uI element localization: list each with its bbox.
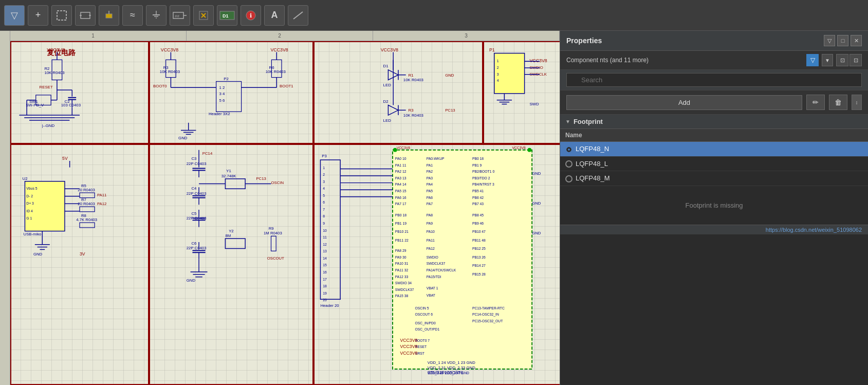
svg-text:PA10: PA10 <box>427 230 435 233</box>
svg-text:PA11: PA11 <box>97 193 106 197</box>
text-tool[interactable]: A <box>264 5 285 26</box>
component-tool[interactable] <box>75 5 96 26</box>
svg-text:4.7K R0403: 4.7K R0403 <box>76 217 97 222</box>
svg-text:1  2: 1 2 <box>219 85 225 90</box>
cell-boot[interactable]: VCC3V8 P2 1 2 3 4 5 6 Header 3X2 R3 10K … <box>149 41 313 144</box>
svg-text:PA0-WKUP: PA0-WKUP <box>427 157 445 160</box>
svg-text:PA5: PA5 <box>427 189 433 193</box>
filter-dropdown[interactable]: ▼ <box>822 54 833 66</box>
filter-button[interactable]: ▽ <box>806 54 819 66</box>
footprint-section-title: Footprint <box>574 118 603 125</box>
svg-text:C3: C3 <box>192 156 197 161</box>
svg-text:Vbus 5: Vbus 5 <box>26 187 37 190</box>
svg-text:D2: D2 <box>383 99 389 104</box>
svg-text:PA4  14: PA4 14 <box>395 182 407 186</box>
svg-text:13: 13 <box>323 249 327 253</box>
svg-text:VBAT  1: VBAT 1 <box>427 286 438 290</box>
svg-text:SWDIO 34: SWDIO 34 <box>395 281 412 285</box>
name-column-header: Name <box>560 129 868 142</box>
cell-swd[interactable]: P1 1 2 3 4 VCC3V8 SWDIO SWDCLK SWD <box>483 41 560 144</box>
restore-button[interactable]: □ <box>837 35 848 46</box>
section-toggle-icon[interactable]: ▼ <box>565 119 570 124</box>
cell-led[interactable]: VCC3V8 D1 R1 10K R0403 GND LED <box>313 41 483 144</box>
svg-text:103 C0403: 103 C0403 <box>61 103 81 107</box>
svg-text:PA9: PA9 <box>427 222 433 225</box>
svg-point-286 <box>527 148 531 152</box>
svg-text:ID   4: ID 4 <box>26 209 33 213</box>
svg-text:4: 4 <box>323 187 325 190</box>
cell-mcu[interactable]: P3 1 2 3 4 5 6 7 8 9 10 11 12 1 <box>313 144 560 385</box>
edit-button[interactable]: ✏ <box>806 95 825 110</box>
svg-text:PC14: PC14 <box>202 151 213 156</box>
power-tool[interactable] <box>99 5 119 26</box>
svg-text:Y2: Y2 <box>229 229 233 233</box>
svg-rect-4 <box>106 14 112 18</box>
svg-text:PB11 22: PB11 22 <box>395 239 409 242</box>
add-wire-tool[interactable]: + <box>28 5 48 26</box>
svg-text:VCC3V8: VCC3V8 <box>381 47 398 52</box>
svg-text:LED: LED <box>383 83 392 87</box>
svg-text:GND: GND <box>33 252 43 256</box>
svg-text:18: 18 <box>323 284 327 288</box>
cell-usb[interactable]: 5V U2 Vbus 5 D- 2 D+ 3 ID 4 G 1 USB-miko <box>10 144 149 385</box>
svg-text:Header 20: Header 20 <box>320 303 339 308</box>
cell-reset[interactable]: 复位电路 VCC3V8 R2 10K R0403 RESET SW1 <box>10 41 149 144</box>
no-connect-tool[interactable] <box>193 5 214 26</box>
info-tool[interactable]: ℹ <box>241 5 261 26</box>
minimize-button[interactable]: ▽ <box>824 35 835 46</box>
ruler-segment-2: 2 <box>187 31 373 41</box>
filter-tool[interactable]: ▽ <box>4 5 25 26</box>
svg-text:SWD: SWD <box>529 102 539 106</box>
svg-rect-172 <box>225 239 245 248</box>
svg-text:2: 2 <box>497 66 499 69</box>
svg-text:U2: U2 <box>23 176 28 181</box>
expand-button[interactable]: ↕ <box>852 95 862 110</box>
svg-rect-211 <box>393 150 532 369</box>
add-button[interactable]: Add <box>566 95 802 110</box>
net-label-tool[interactable]: ## <box>170 5 190 26</box>
footprint-table-container: Name LQFP48_NLQFP48_LLQFP48_M <box>560 129 868 186</box>
delete-button[interactable]: 🗑 <box>829 95 847 110</box>
svg-text:2: 2 <box>323 173 325 176</box>
footprint-row[interactable]: LQFP48_N <box>560 142 868 157</box>
bus-tool[interactable]: ≈ <box>122 5 143 26</box>
footprint-row[interactable]: LQFP48_L <box>560 156 868 171</box>
svg-line-20 <box>293 12 303 19</box>
search-input[interactable] <box>566 73 862 87</box>
footprint-row[interactable]: LQFP48_M <box>560 171 868 186</box>
gnd-tool[interactable] <box>146 5 167 26</box>
toolbar: ▽ + ≈ ## D1 ℹ A <box>0 0 868 31</box>
footprint-radio-lqfp48_n[interactable] <box>565 146 572 153</box>
filter-row: Component nts (and 11 more) ▽ ▼ ⊡ ⊡ <box>560 51 868 70</box>
footprint-radio-lqfp48_l[interactable] <box>565 160 572 168</box>
cell-osc[interactable]: C3 22P C0403 PC14 Y1 32.748K <box>149 144 313 385</box>
field-tool[interactable]: D1 <box>217 5 237 26</box>
close-button[interactable]: ✕ <box>851 35 862 46</box>
svg-text:5V: 5V <box>62 156 68 161</box>
svg-text:VDD_3  48   VDD_3  47  GND: VDD_3 48 VDD_3 47 GND <box>428 371 469 375</box>
svg-text:20 R0403: 20 R0403 <box>78 188 95 192</box>
draw-line-tool[interactable] <box>288 5 308 26</box>
copy-to-button[interactable]: ⊡ <box>836 54 848 66</box>
svg-text:3: 3 <box>323 180 325 184</box>
ruler-segment-1: 1 <box>0 31 187 41</box>
svg-text:6: 6 <box>323 200 325 204</box>
svg-text:PB6  42: PB6 42 <box>472 196 484 199</box>
svg-text:PC13-TAMPER-RTC: PC13-TAMPER-RTC <box>472 306 505 310</box>
footprint-name-cell: LQFP48_L <box>560 156 868 171</box>
svg-text:VDD_2  31   VDD_2  33  GND: VDD_2 31 VDD_2 33 GND <box>428 365 475 370</box>
footprint-radio-lqfp48_m[interactable] <box>565 175 572 182</box>
select-box-tool[interactable] <box>51 5 72 26</box>
svg-text:PA10 31: PA10 31 <box>395 262 409 265</box>
svg-text:PB4/NTRST 3: PB4/NTRST 3 <box>472 182 494 186</box>
svg-text:GND: GND <box>532 171 541 176</box>
svg-text:PA7: PA7 <box>427 202 433 206</box>
svg-text:3: 3 <box>497 72 499 76</box>
svg-text:32.748K: 32.748K <box>221 174 237 178</box>
copy-from-button[interactable]: ⊡ <box>849 54 862 66</box>
svg-text:PB15 28: PB15 28 <box>472 272 486 276</box>
schematic-canvas[interactable]: 1 2 3 复位电路 VCC3V8 R2 10K R0403 <box>0 31 560 385</box>
svg-text:PB8  45: PB8 45 <box>472 213 484 217</box>
svg-text:VCC3V8: VCC3V8 <box>47 47 64 52</box>
svg-text:1M R0403: 1M R0403 <box>264 231 282 235</box>
